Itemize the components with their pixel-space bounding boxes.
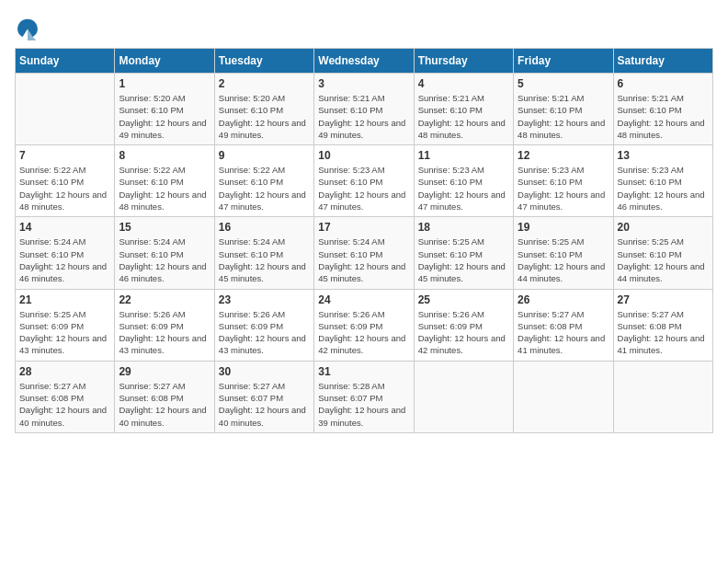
- calendar-row: 21Sunrise: 5:25 AM Sunset: 6:09 PM Dayli…: [16, 289, 713, 361]
- calendar-cell: 12Sunrise: 5:23 AM Sunset: 6:10 PM Dayli…: [514, 145, 613, 217]
- day-number: 16: [219, 221, 310, 234]
- calendar-cell: 26Sunrise: 5:27 AM Sunset: 6:08 PM Dayli…: [514, 289, 613, 361]
- day-number: 6: [618, 77, 709, 90]
- day-number: 25: [418, 293, 509, 306]
- col-tuesday: Tuesday: [214, 49, 313, 74]
- day-number: 18: [418, 221, 509, 234]
- cell-info: Sunrise: 5:23 AM Sunset: 6:10 PM Dayligh…: [318, 164, 409, 213]
- calendar-cell: [514, 361, 613, 432]
- calendar-row: 1Sunrise: 5:20 AM Sunset: 6:10 PM Daylig…: [16, 74, 713, 145]
- day-number: 22: [119, 293, 210, 306]
- cell-info: Sunrise: 5:26 AM Sunset: 6:09 PM Dayligh…: [219, 308, 310, 357]
- calendar-cell: 15Sunrise: 5:24 AM Sunset: 6:10 PM Dayli…: [115, 217, 214, 289]
- cell-info: Sunrise: 5:24 AM Sunset: 6:10 PM Dayligh…: [119, 236, 210, 284]
- day-number: 26: [518, 293, 609, 306]
- day-number: 2: [219, 77, 310, 90]
- day-number: 12: [518, 149, 609, 162]
- col-saturday: Saturday: [613, 49, 712, 74]
- cell-info: Sunrise: 5:20 AM Sunset: 6:10 PM Dayligh…: [219, 92, 310, 141]
- calendar-cell: 17Sunrise: 5:24 AM Sunset: 6:10 PM Dayli…: [314, 217, 414, 289]
- calendar-cell: 11Sunrise: 5:23 AM Sunset: 6:10 PM Dayli…: [414, 145, 513, 217]
- calendar-cell: 13Sunrise: 5:23 AM Sunset: 6:10 PM Dayli…: [613, 145, 712, 217]
- cell-info: Sunrise: 5:22 AM Sunset: 6:10 PM Dayligh…: [119, 164, 210, 213]
- cell-info: Sunrise: 5:25 AM Sunset: 6:09 PM Dayligh…: [19, 308, 110, 357]
- day-number: 20: [618, 221, 709, 234]
- calendar-cell: 2Sunrise: 5:20 AM Sunset: 6:10 PM Daylig…: [214, 74, 313, 145]
- calendar-cell: 5Sunrise: 5:21 AM Sunset: 6:10 PM Daylig…: [514, 74, 613, 145]
- day-number: 19: [518, 221, 609, 234]
- calendar-cell: 24Sunrise: 5:26 AM Sunset: 6:09 PM Dayli…: [314, 289, 414, 361]
- cell-info: Sunrise: 5:25 AM Sunset: 6:10 PM Dayligh…: [618, 236, 709, 284]
- day-number: 17: [318, 221, 409, 234]
- calendar-row: 14Sunrise: 5:24 AM Sunset: 6:10 PM Dayli…: [16, 217, 713, 289]
- calendar-cell: 8Sunrise: 5:22 AM Sunset: 6:10 PM Daylig…: [115, 145, 214, 217]
- col-thursday: Thursday: [414, 49, 513, 74]
- cell-info: Sunrise: 5:27 AM Sunset: 6:08 PM Dayligh…: [618, 308, 709, 357]
- calendar-cell: 28Sunrise: 5:27 AM Sunset: 6:08 PM Dayli…: [16, 361, 115, 432]
- col-wednesday: Wednesday: [314, 49, 414, 74]
- logo-icon: [15, 15, 40, 40]
- day-number: 10: [318, 149, 409, 162]
- cell-info: Sunrise: 5:22 AM Sunset: 6:10 PM Dayligh…: [219, 164, 310, 213]
- calendar-cell: 6Sunrise: 5:21 AM Sunset: 6:10 PM Daylig…: [613, 74, 712, 145]
- calendar-cell: 1Sunrise: 5:20 AM Sunset: 6:10 PM Daylig…: [115, 74, 214, 145]
- cell-info: Sunrise: 5:24 AM Sunset: 6:10 PM Dayligh…: [318, 236, 409, 284]
- day-number: 11: [418, 149, 509, 162]
- col-friday: Friday: [514, 49, 613, 74]
- calendar-cell: 20Sunrise: 5:25 AM Sunset: 6:10 PM Dayli…: [613, 217, 712, 289]
- calendar-cell: 30Sunrise: 5:27 AM Sunset: 6:07 PM Dayli…: [214, 361, 313, 432]
- cell-info: Sunrise: 5:27 AM Sunset: 6:08 PM Dayligh…: [119, 380, 210, 429]
- calendar-cell: [414, 361, 513, 432]
- calendar-cell: 21Sunrise: 5:25 AM Sunset: 6:09 PM Dayli…: [16, 289, 115, 361]
- cell-info: Sunrise: 5:28 AM Sunset: 6:07 PM Dayligh…: [318, 380, 409, 429]
- calendar-cell: 29Sunrise: 5:27 AM Sunset: 6:08 PM Dayli…: [115, 361, 214, 432]
- cell-info: Sunrise: 5:25 AM Sunset: 6:10 PM Dayligh…: [418, 236, 509, 284]
- day-number: 5: [518, 77, 609, 90]
- cell-info: Sunrise: 5:23 AM Sunset: 6:10 PM Dayligh…: [418, 164, 509, 213]
- cell-info: Sunrise: 5:21 AM Sunset: 6:10 PM Dayligh…: [318, 92, 409, 141]
- cell-info: Sunrise: 5:27 AM Sunset: 6:08 PM Dayligh…: [518, 308, 609, 357]
- cell-info: Sunrise: 5:24 AM Sunset: 6:10 PM Dayligh…: [219, 236, 310, 284]
- calendar-cell: [16, 74, 115, 145]
- col-monday: Monday: [115, 49, 214, 74]
- calendar-cell: 19Sunrise: 5:25 AM Sunset: 6:10 PM Dayli…: [514, 217, 613, 289]
- day-number: 23: [219, 293, 310, 306]
- calendar-cell: 10Sunrise: 5:23 AM Sunset: 6:10 PM Dayli…: [314, 145, 414, 217]
- cell-info: Sunrise: 5:20 AM Sunset: 6:10 PM Dayligh…: [119, 92, 210, 141]
- day-number: 31: [318, 365, 409, 378]
- calendar-cell: 23Sunrise: 5:26 AM Sunset: 6:09 PM Dayli…: [214, 289, 313, 361]
- calendar-row: 28Sunrise: 5:27 AM Sunset: 6:08 PM Dayli…: [16, 361, 713, 432]
- calendar-cell: 16Sunrise: 5:24 AM Sunset: 6:10 PM Dayli…: [214, 217, 313, 289]
- cell-info: Sunrise: 5:27 AM Sunset: 6:08 PM Dayligh…: [19, 380, 110, 429]
- day-number: 9: [219, 149, 310, 162]
- day-number: 14: [19, 221, 110, 234]
- cell-info: Sunrise: 5:26 AM Sunset: 6:09 PM Dayligh…: [318, 308, 409, 357]
- day-number: 27: [618, 293, 709, 306]
- day-number: 8: [119, 149, 210, 162]
- calendar-cell: 3Sunrise: 5:21 AM Sunset: 6:10 PM Daylig…: [314, 74, 414, 145]
- col-sunday: Sunday: [16, 49, 115, 74]
- logo: [15, 15, 44, 40]
- day-number: 28: [19, 365, 110, 378]
- cell-info: Sunrise: 5:22 AM Sunset: 6:10 PM Dayligh…: [19, 164, 110, 213]
- cell-info: Sunrise: 5:21 AM Sunset: 6:10 PM Dayligh…: [418, 92, 509, 141]
- calendar-cell: 18Sunrise: 5:25 AM Sunset: 6:10 PM Dayli…: [414, 217, 513, 289]
- cell-info: Sunrise: 5:27 AM Sunset: 6:07 PM Dayligh…: [219, 380, 310, 429]
- calendar-cell: 25Sunrise: 5:26 AM Sunset: 6:09 PM Dayli…: [414, 289, 513, 361]
- day-number: 3: [318, 77, 409, 90]
- calendar-cell: [613, 361, 712, 432]
- day-number: 24: [318, 293, 409, 306]
- day-number: 15: [119, 221, 210, 234]
- day-number: 21: [19, 293, 110, 306]
- day-number: 1: [119, 77, 210, 90]
- calendar-cell: 27Sunrise: 5:27 AM Sunset: 6:08 PM Dayli…: [613, 289, 712, 361]
- cell-info: Sunrise: 5:24 AM Sunset: 6:10 PM Dayligh…: [19, 236, 110, 284]
- calendar-cell: 9Sunrise: 5:22 AM Sunset: 6:10 PM Daylig…: [214, 145, 313, 217]
- cell-info: Sunrise: 5:21 AM Sunset: 6:10 PM Dayligh…: [618, 92, 709, 141]
- cell-info: Sunrise: 5:25 AM Sunset: 6:10 PM Dayligh…: [518, 236, 609, 284]
- calendar-row: 7Sunrise: 5:22 AM Sunset: 6:10 PM Daylig…: [16, 145, 713, 217]
- cell-info: Sunrise: 5:23 AM Sunset: 6:10 PM Dayligh…: [518, 164, 609, 213]
- header-row: Sunday Monday Tuesday Wednesday Thursday…: [16, 49, 713, 74]
- calendar-cell: 22Sunrise: 5:26 AM Sunset: 6:09 PM Dayli…: [115, 289, 214, 361]
- day-number: 4: [418, 77, 509, 90]
